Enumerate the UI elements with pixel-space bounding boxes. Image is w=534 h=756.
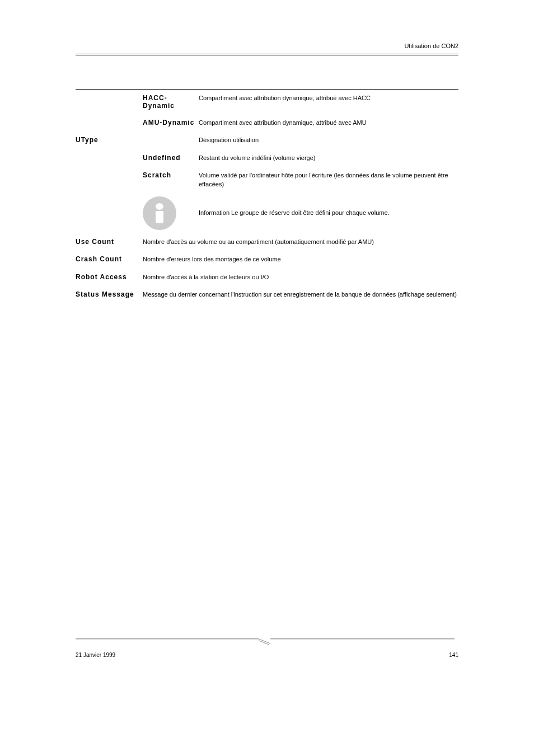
desc-text: Compartiment avec attribution dynamique,… — [199, 114, 458, 132]
sub-label: AMU-Dynamic — [143, 114, 199, 132]
field-cell — [76, 114, 143, 132]
sub-label: Scratch — [143, 167, 199, 193]
desc-text: Restant du volume indéfini (volume vierg… — [199, 149, 458, 167]
desc-text: Nombre d'accès au volume ou au compartim… — [143, 233, 458, 251]
info-icon-cell — [143, 193, 199, 233]
footer-page-number: 141 — [449, 652, 458, 658]
footer-date: 21 Janvier 1999 — [76, 652, 115, 658]
page-footer: 21 Janvier 1999 141 — [76, 652, 458, 658]
desc-text: Désignation utilisation — [199, 132, 458, 149]
info-text: Information Le groupe de réserve doit êt… — [199, 193, 458, 233]
sub-label — [143, 132, 199, 149]
desc-text: Nombre d'erreurs lors des montages de ce… — [143, 251, 458, 268]
sub-label: Undefined — [143, 149, 199, 167]
field-label: UType — [76, 132, 143, 149]
sub-label: HACC-Dynamic — [143, 90, 199, 115]
desc-text: Volume validé par l'ordinateur hôte pour… — [199, 167, 458, 193]
header-divider — [76, 54, 458, 55]
field-cell — [76, 149, 143, 167]
page-header-title: Utilisation de CON2 — [76, 43, 458, 49]
field-cell — [76, 167, 143, 193]
field-cell — [76, 193, 143, 233]
field-cell — [76, 90, 143, 115]
desc-text: Message du dernier concernant l'instruct… — [143, 286, 458, 303]
field-label: Crash Count — [76, 251, 143, 268]
field-label: Status Message — [76, 286, 143, 303]
desc-text: Nombre d'accès à la station de lecteurs … — [143, 269, 458, 286]
info-icon — [143, 196, 176, 230]
desc-text: Compartiment avec attribution dynamique,… — [199, 90, 458, 115]
field-label: Robot Access — [76, 269, 143, 286]
field-label: Use Count — [76, 233, 143, 251]
definition-table: HACC-Dynamic Compartiment avec attributi… — [76, 89, 458, 304]
footer-divider — [76, 634, 458, 644]
